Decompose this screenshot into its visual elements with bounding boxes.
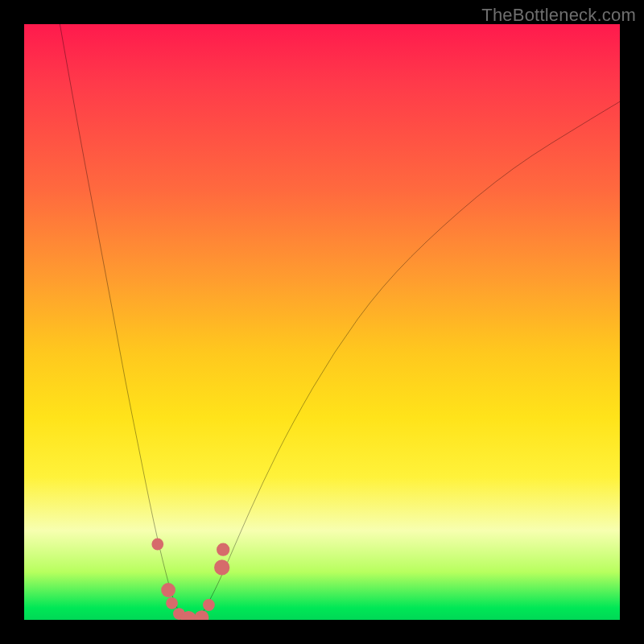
data-marker [217, 543, 229, 556]
curve-layer [24, 24, 620, 620]
plot-area [24, 24, 620, 620]
data-marker [151, 539, 163, 551]
data-marker [161, 583, 175, 597]
watermark-text: TheBottleneck.com [481, 5, 636, 26]
bottleneck-curve [60, 24, 620, 620]
chart-frame: TheBottleneck.com [0, 0, 644, 644]
data-marker [203, 599, 215, 611]
data-marker [195, 610, 209, 620]
data-marker [166, 597, 178, 609]
data-marker [214, 559, 229, 575]
